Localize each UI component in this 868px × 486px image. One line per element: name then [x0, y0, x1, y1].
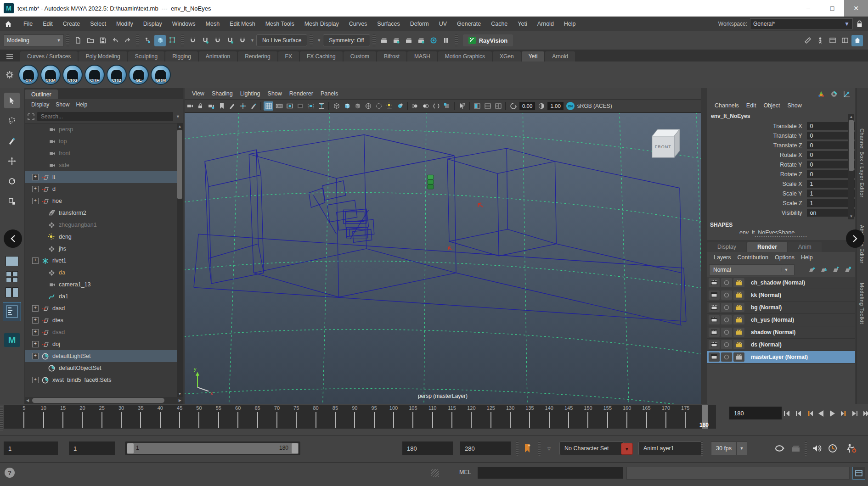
undo-icon[interactable] [109, 35, 121, 46]
layout-two-pane[interactable] [4, 286, 20, 298]
shape-node-row[interactable]: env_lt_NoEyesShape [707, 229, 855, 234]
chevron-down-icon[interactable]: ▽ [547, 447, 551, 451]
select-by-component-icon[interactable] [167, 35, 178, 46]
menu-curves[interactable]: Curves [344, 21, 372, 27]
layer-visibility-icon[interactable] [709, 340, 720, 349]
create-layer-from-selected-icon[interactable] [844, 266, 851, 274]
menu-edit[interactable]: Edit [38, 21, 58, 27]
scrollbar-thumb[interactable] [32, 398, 164, 403]
channelbox-menu-show[interactable]: Show [788, 102, 802, 109]
select-camera-icon[interactable] [185, 101, 195, 111]
animation-end-field[interactable]: 280 [460, 441, 511, 455]
paint-effects-icon[interactable] [428, 35, 440, 46]
resize-grip-icon[interactable] [431, 469, 439, 477]
outliner-item-front[interactable]: +front [25, 147, 183, 159]
outliner-item-lt[interactable]: +lt [25, 171, 183, 183]
region-icon[interactable] [306, 101, 316, 111]
layer-renderable-toggle-icon[interactable] [721, 290, 732, 300]
shelf-item-crf[interactable]: CRF [85, 65, 105, 85]
layer-clapper-icon[interactable] [733, 303, 744, 312]
outliner-item-transform2[interactable]: +transform2 [25, 207, 183, 219]
pause-icon[interactable] [440, 35, 452, 46]
textured-icon[interactable] [363, 101, 373, 111]
bookmark-icon[interactable] [521, 441, 535, 455]
outliner-item-defaultlightset[interactable]: +defaultLightSet [25, 350, 183, 362]
channelbox-menu-channels[interactable]: Channels [715, 102, 739, 109]
shelf-item-cr[interactable]: CR [18, 65, 39, 85]
image-plane-icon[interactable] [227, 101, 237, 111]
menu-surfaces[interactable]: Surfaces [372, 21, 405, 27]
anim-layer-field[interactable]: AnimLayer1 [638, 441, 702, 455]
menu-yeti[interactable]: Yeti [513, 21, 532, 27]
playback-end-field[interactable]: 180 [402, 441, 453, 455]
multisample-aa-icon[interactable] [421, 101, 430, 111]
menu-set-dropdown-arrow[interactable]: ▼ [54, 34, 64, 46]
divider[interactable] [372, 34, 376, 46]
scroll-down-arrow[interactable]: ▼ [177, 391, 183, 397]
channelbox-menu-object[interactable]: Object [763, 102, 780, 109]
step-back-frame-button[interactable] [793, 408, 803, 419]
chevron-down-icon[interactable]: ▼ [317, 38, 321, 43]
viewport-3d-scene[interactable]: y x FRONT persp (masterLayer) [185, 113, 701, 404]
tab-modeling-toolkit[interactable]: Modeling Toolkit [857, 280, 868, 327]
scrollbar-thumb[interactable] [177, 130, 182, 199]
channel-box-scrollbar[interactable]: ▲ ▼ [848, 114, 854, 219]
render-layer-masterlayer-normal[interactable]: masterLayer (Normal) [707, 351, 855, 363]
grid-icon[interactable] [264, 101, 273, 111]
viewport-menu-shading[interactable]: Shading [212, 90, 233, 97]
range-slider-active-range[interactable]: 1 180 [127, 443, 299, 454]
layer-clapper-icon[interactable] [733, 352, 744, 362]
outliner-item-xwst-bind5-face6-sets[interactable]: +xwst_bind5_face6:Sets [25, 374, 183, 386]
shelf-tab-yeti[interactable]: Yeti [522, 51, 545, 61]
menu-cache[interactable]: Cache [486, 21, 513, 27]
workspace-lock-icon[interactable] [857, 20, 862, 28]
gamma-field[interactable]: 1.00 [547, 102, 563, 110]
use-all-lights-icon[interactable] [374, 101, 383, 111]
layer-visibility-icon[interactable] [709, 328, 720, 337]
chevron-down-icon[interactable]: ▼ [250, 38, 254, 43]
outliner-item-dtes[interactable]: +dtes [25, 314, 183, 326]
timeline-drag-handle[interactable] [0, 406, 3, 430]
home-icon[interactable] [5, 21, 12, 28]
collapse-left-panel-button[interactable] [4, 229, 22, 248]
channel-box-object-name[interactable]: env_lt_NoEyes [707, 111, 855, 121]
film-gate-icon[interactable] [274, 101, 284, 111]
scale-tool[interactable] [4, 194, 20, 209]
redo-icon[interactable] [122, 35, 133, 46]
fps-dropdown[interactable]: 30 fps▼ [711, 441, 747, 455]
layer-clapper-icon[interactable] [733, 340, 744, 349]
go-to-start-button[interactable] [782, 408, 792, 419]
timeline-track[interactable]: 180 510152025303540455055606570758085909… [4, 405, 716, 429]
range-start-handle[interactable] [127, 443, 134, 453]
close-button[interactable]: ✕ [844, 0, 868, 17]
gamma-icon[interactable] [536, 101, 546, 111]
smooth-shade-all-icon[interactable] [342, 101, 352, 111]
layer-menu-contribution[interactable]: Contribution [738, 254, 768, 261]
expand-toggle-icon[interactable]: + [32, 186, 39, 192]
outliner-tab[interactable]: Outliner [25, 89, 58, 99]
outliner-item-persp[interactable]: +persp [25, 123, 183, 135]
layer-visibility-icon[interactable] [709, 290, 720, 300]
layout-four-pane[interactable] [4, 271, 20, 283]
layout-single-pane[interactable] [4, 255, 20, 267]
move-tool[interactable] [4, 153, 20, 169]
shelf-tab-rigging[interactable]: Rigging [165, 51, 198, 61]
outliner-item-dasd[interactable]: +dasd [25, 302, 183, 314]
outliner-item-zheguangban1[interactable]: +zheguangban1 [25, 219, 183, 231]
expand-toggle-icon[interactable]: + [32, 377, 39, 383]
play-backwards-button[interactable] [816, 408, 826, 419]
snap-to-grid-icon[interactable] [187, 35, 198, 46]
go-to-end-button[interactable] [862, 408, 868, 419]
xray-icon[interactable] [457, 101, 467, 111]
sync-time-icon[interactable] [826, 441, 840, 455]
menu-deform[interactable]: Deform [405, 21, 434, 27]
layer-menu-layers[interactable]: Layers [714, 254, 731, 261]
move-layer-up-icon[interactable] [808, 266, 816, 274]
outliner-item-deng[interactable]: +deng [25, 231, 183, 243]
move-layer-down-icon[interactable] [820, 266, 828, 274]
command-language-label[interactable]: MEL [459, 469, 471, 475]
measure-tools-icon[interactable] [802, 35, 813, 46]
shelf-tab-xgen[interactable]: XGen [493, 51, 521, 61]
workspace-dropdown[interactable]: General* ▼ [750, 18, 853, 29]
menu-create[interactable]: Create [58, 21, 85, 27]
